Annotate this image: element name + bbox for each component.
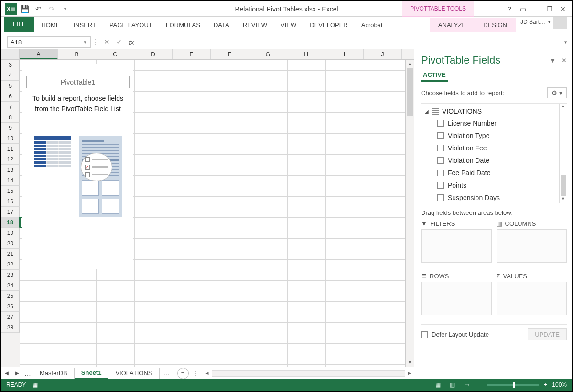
zoom-level[interactable]: 100% bbox=[552, 381, 567, 388]
row-header-27[interactable]: 27 bbox=[1, 312, 20, 322]
row-header-20[interactable]: 20 bbox=[1, 238, 20, 249]
field-list-scrollbar[interactable]: ▲▼ bbox=[559, 104, 567, 203]
row-header-16[interactable]: 16 bbox=[1, 196, 20, 207]
view-page-break-icon[interactable]: ▭ bbox=[462, 381, 471, 389]
area-values[interactable]: ΣVALUES bbox=[497, 273, 567, 320]
name-box-dropdown-icon[interactable]: ▼ bbox=[83, 40, 87, 45]
vertical-scrollbar[interactable]: ▲ ▼ bbox=[405, 60, 414, 367]
tab-file[interactable]: FILE bbox=[4, 17, 34, 32]
cell-grid[interactable]: PivotTable1 To build a report, choose fi… bbox=[20, 60, 405, 367]
sheet-tab-violations[interactable]: VIOLATIONS bbox=[108, 368, 159, 379]
tab-view[interactable]: VIEW bbox=[274, 18, 303, 32]
row-header-26[interactable]: 26 bbox=[1, 301, 20, 312]
name-box[interactable]: A18 ▼ bbox=[7, 36, 91, 48]
col-header-A[interactable]: A bbox=[20, 49, 58, 59]
row-header-23[interactable]: 23 bbox=[1, 270, 20, 280]
horizontal-scrollbar[interactable]: ◄ ► bbox=[203, 367, 414, 379]
field-violation-type[interactable]: Violation Type bbox=[421, 129, 559, 142]
area-filters[interactable]: ▼FILTERS bbox=[421, 220, 492, 268]
col-header-J[interactable]: J bbox=[364, 49, 402, 59]
help-icon[interactable]: ? bbox=[505, 5, 514, 13]
fx-icon[interactable]: fx bbox=[125, 38, 138, 46]
cancel-icon[interactable]: ✕ bbox=[100, 38, 113, 46]
zoom-out-icon[interactable]: — bbox=[476, 381, 482, 388]
col-header-B[interactable]: B bbox=[58, 49, 96, 59]
row-header-6[interactable]: 6 bbox=[1, 91, 20, 102]
row-header-5[interactable]: 5 bbox=[1, 81, 20, 91]
row-header-3[interactable]: 3 bbox=[1, 60, 20, 70]
row-header-7[interactable]: 7 bbox=[1, 102, 20, 112]
sheet-tab-sheet1[interactable]: Sheet1 bbox=[75, 367, 109, 379]
area-rows[interactable]: ☰ROWS bbox=[421, 273, 492, 320]
area-columns[interactable]: ▥COLUMNS bbox=[497, 220, 567, 268]
view-normal-icon[interactable]: ▦ bbox=[433, 381, 443, 389]
hscroll-left-icon[interactable]: ◄ bbox=[203, 371, 212, 376]
row-header-12[interactable]: 12 bbox=[1, 154, 20, 165]
scroll-thumb[interactable] bbox=[407, 68, 413, 116]
row-header-22[interactable]: 22 bbox=[1, 259, 20, 270]
row-header-9[interactable]: 9 bbox=[1, 123, 20, 133]
col-header-H[interactable]: H bbox=[287, 49, 325, 59]
collapse-icon[interactable]: ◢ bbox=[425, 109, 429, 114]
scroll-up-icon[interactable]: ▲ bbox=[406, 60, 414, 68]
tab-analyze[interactable]: ANALYZE bbox=[430, 18, 475, 32]
qat-customize-icon[interactable]: ▾ bbox=[60, 3, 70, 15]
row-header-18[interactable]: 18 bbox=[1, 217, 20, 228]
hscroll-right-icon[interactable]: ► bbox=[405, 371, 414, 376]
col-header-E[interactable]: E bbox=[173, 49, 211, 59]
tab-design[interactable]: DESIGN bbox=[475, 18, 516, 32]
formula-input[interactable] bbox=[138, 36, 560, 48]
row-header-17[interactable]: 17 bbox=[1, 207, 20, 217]
sheet-nav-next-icon[interactable]: ► bbox=[12, 370, 22, 377]
save-icon[interactable]: 💾 bbox=[20, 3, 30, 15]
restore-icon[interactable]: ❐ bbox=[545, 5, 554, 13]
tab-formulas[interactable]: FORMULAS bbox=[159, 18, 207, 32]
col-header-F[interactable]: F bbox=[211, 49, 249, 59]
view-page-layout-icon[interactable]: ▥ bbox=[447, 381, 457, 389]
row-header-19[interactable]: 19 bbox=[1, 228, 20, 238]
row-header-13[interactable]: 13 bbox=[1, 165, 20, 175]
formula-bar-expand-icon[interactable]: ▾ bbox=[560, 39, 572, 45]
tab-page-layout[interactable]: PAGE LAYOUT bbox=[103, 18, 159, 32]
update-button[interactable]: UPDATE bbox=[528, 328, 567, 340]
minimize-icon[interactable]: — bbox=[531, 5, 541, 13]
macro-record-icon[interactable]: ▦ bbox=[32, 381, 38, 388]
pane-close-icon[interactable]: ✕ bbox=[562, 57, 567, 64]
tab-developer[interactable]: DEVELOPER bbox=[303, 18, 354, 32]
tab-insert[interactable]: INSERT bbox=[66, 18, 102, 32]
row-header-4[interactable]: 4 bbox=[1, 70, 20, 81]
field-license-number[interactable]: License Number bbox=[421, 117, 559, 129]
row-header-28[interactable]: 28 bbox=[1, 322, 20, 333]
tab-acrobat[interactable]: Acrobat bbox=[355, 18, 389, 32]
row-header-25[interactable]: 25 bbox=[1, 291, 20, 301]
fields-settings-icon[interactable]: ⚙ ▾ bbox=[547, 87, 567, 98]
fields-table-header[interactable]: ◢ VIOLATIONS bbox=[421, 106, 559, 117]
undo-icon[interactable]: ↶ bbox=[33, 3, 43, 15]
sheet-nav-prev-icon[interactable]: ◄ bbox=[1, 370, 12, 377]
pane-dropdown-icon[interactable]: ▼ bbox=[550, 57, 556, 64]
col-header-G[interactable]: G bbox=[249, 49, 287, 59]
row-header-10[interactable]: 10 bbox=[1, 133, 20, 144]
row-header-15[interactable]: 15 bbox=[1, 186, 20, 196]
ribbon-display-icon[interactable]: ▭ bbox=[518, 5, 528, 13]
defer-layout-checkbox[interactable]: Defer Layout Update bbox=[421, 331, 489, 338]
fields-tab-active[interactable]: ACTIVE bbox=[421, 69, 448, 82]
row-header-14[interactable]: 14 bbox=[1, 175, 20, 186]
new-sheet-button[interactable]: + bbox=[177, 368, 189, 379]
col-header-D[interactable]: D bbox=[134, 49, 173, 59]
field-points[interactable]: Points bbox=[421, 179, 559, 191]
col-header-C[interactable]: C bbox=[96, 49, 134, 59]
close-icon[interactable]: ✕ bbox=[558, 5, 568, 13]
row-header-24[interactable]: 24 bbox=[1, 280, 20, 291]
redo-icon[interactable]: ↷ bbox=[46, 3, 57, 15]
field-fee-paid-date[interactable]: Fee Paid Date bbox=[421, 167, 559, 179]
field-suspension-days[interactable]: Suspension Days bbox=[421, 191, 559, 203]
field-violation-fee[interactable]: Violation Fee bbox=[421, 142, 559, 154]
row-header-21[interactable]: 21 bbox=[1, 249, 20, 259]
select-all-corner[interactable] bbox=[1, 49, 20, 59]
row-header-8[interactable]: 8 bbox=[1, 112, 20, 123]
col-header-I[interactable]: I bbox=[325, 49, 364, 59]
sheet-tab-masterdb[interactable]: MasterDB bbox=[33, 368, 75, 379]
field-violation-date[interactable]: Violation Date bbox=[421, 154, 559, 167]
tab-review[interactable]: REVIEW bbox=[236, 18, 274, 32]
